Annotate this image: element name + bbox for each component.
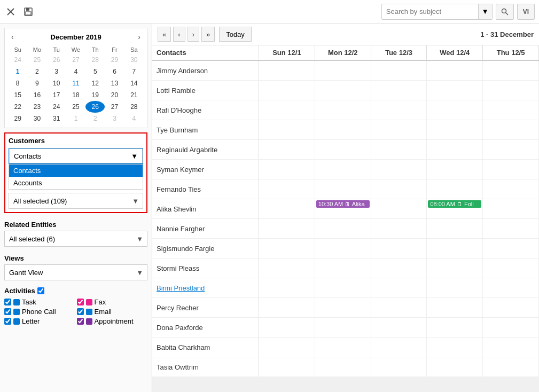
- calendar-day-cell[interactable]: 23: [27, 101, 46, 113]
- contact-name-cell[interactable]: Binni Priestland: [152, 278, 259, 297]
- calendar-day-cell[interactable]: [371, 179, 427, 199]
- calendar-day-cell[interactable]: 28: [124, 101, 144, 113]
- calendar-day-cell[interactable]: [427, 219, 483, 238]
- calendar-day-cell[interactable]: [483, 298, 539, 317]
- activities-checkbox[interactable]: [37, 287, 44, 294]
- calendar-day-cell[interactable]: [259, 81, 315, 100]
- calendar-day-cell[interactable]: [427, 338, 483, 357]
- calendar-day-cell[interactable]: 30: [124, 54, 144, 66]
- calendar-day-cell[interactable]: 25: [27, 54, 46, 66]
- calendar-day-cell[interactable]: 4: [124, 113, 144, 124]
- contact-name-cell[interactable]: Stormi Pleass: [152, 258, 259, 278]
- calendar-day-cell[interactable]: 5: [85, 66, 105, 77]
- contact-name-cell[interactable]: Tye Burnham: [152, 120, 259, 139]
- calendar-day-cell[interactable]: [371, 140, 427, 159]
- calendar-day-cell[interactable]: 16: [27, 89, 46, 101]
- calendar-day-cell[interactable]: [483, 219, 539, 238]
- calendar-day-cell[interactable]: 24: [8, 54, 27, 66]
- calendar-day-cell[interactable]: 22: [8, 101, 27, 113]
- calendar-day-cell[interactable]: [427, 100, 483, 120]
- calendar-day-cell[interactable]: [483, 318, 539, 337]
- calendar-day-cell[interactable]: [259, 357, 315, 377]
- calendar-prev-button[interactable]: ‹: [173, 27, 185, 42]
- calendar-day-cell[interactable]: [371, 100, 427, 120]
- calendar-day-cell[interactable]: [483, 199, 539, 218]
- contact-name-cell[interactable]: Percy Recher: [152, 298, 259, 317]
- all-selected-dropdown[interactable]: All selected (109): [9, 193, 143, 209]
- calendar-day-cell[interactable]: 26: [85, 101, 105, 113]
- calendar-day-cell[interactable]: [427, 160, 483, 179]
- calendar-day-cell[interactable]: 08:00 AM 🗒 Foll: [427, 199, 483, 218]
- calendar-day-cell[interactable]: [259, 100, 315, 120]
- calendar-day-cell[interactable]: 27: [105, 101, 124, 113]
- calendar-day-cell[interactable]: [427, 140, 483, 159]
- calendar-day-cell[interactable]: [259, 278, 315, 297]
- calendar-day-cell[interactable]: [315, 318, 371, 337]
- calendar-day-cell[interactable]: [259, 61, 315, 80]
- calendar-day-cell[interactable]: [315, 239, 371, 258]
- activity-checkbox[interactable]: [77, 299, 84, 305]
- calendar-day-cell[interactable]: [259, 298, 315, 317]
- calendar-day-cell[interactable]: 2: [85, 113, 105, 124]
- close-button[interactable]: [4, 5, 17, 18]
- calendar-day-cell[interactable]: 11: [66, 77, 85, 89]
- customers-option-accounts[interactable]: Accounts: [9, 177, 143, 189]
- calendar-day-cell[interactable]: 7: [124, 66, 144, 77]
- calendar-day-cell[interactable]: [315, 100, 371, 120]
- customers-dropdown-header[interactable]: Contacts ▼: [9, 148, 143, 163]
- calendar-day-cell[interactable]: 31: [47, 113, 66, 124]
- calendar-day-cell[interactable]: 20: [105, 89, 124, 101]
- calendar-day-cell[interactable]: [259, 219, 315, 238]
- calendar-day-cell[interactable]: 6: [105, 66, 124, 77]
- calendar-day-cell[interactable]: [483, 100, 539, 120]
- calendar-day-cell[interactable]: 26: [47, 54, 66, 66]
- contact-name-cell[interactable]: Fernando Ties: [152, 179, 259, 199]
- contact-name-cell[interactable]: Jimmy Anderson: [152, 61, 259, 80]
- calendar-day-cell[interactable]: [427, 318, 483, 337]
- calendar-day-cell[interactable]: [371, 278, 427, 297]
- calendar-day-cell[interactable]: [483, 120, 539, 139]
- calendar-last-button[interactable]: »: [201, 27, 215, 42]
- calendar-day-cell[interactable]: [315, 357, 371, 377]
- calendar-day-cell[interactable]: [427, 179, 483, 199]
- calendar-day-cell[interactable]: 1: [66, 113, 85, 124]
- related-entities-dropdown[interactable]: All selected (6): [4, 231, 147, 247]
- calendar-day-cell[interactable]: [315, 258, 371, 278]
- calendar-day-cell[interactable]: 30: [27, 113, 46, 124]
- calendar-day-cell[interactable]: [483, 239, 539, 258]
- calendar-day-cell[interactable]: [483, 278, 539, 297]
- calendar-event[interactable]: 08:00 AM 🗒 Foll: [428, 200, 481, 208]
- activity-checkbox[interactable]: [4, 299, 11, 305]
- calendar-day-cell[interactable]: [315, 140, 371, 159]
- customers-option-contacts[interactable]: Contacts: [9, 164, 143, 177]
- calendar-day-cell[interactable]: 19: [85, 89, 105, 101]
- calendar-next-button[interactable]: ›: [188, 27, 199, 42]
- calendar-day-cell[interactable]: 24: [47, 101, 66, 113]
- calendar-event[interactable]: 10:30 AM 🗓 Alika: [316, 200, 370, 208]
- activity-checkbox[interactable]: [77, 318, 84, 325]
- calendar-day-cell[interactable]: 28: [85, 54, 105, 66]
- calendar-day-cell[interactable]: 9: [27, 77, 46, 89]
- calendar-day-cell[interactable]: [371, 160, 427, 179]
- contact-name-cell[interactable]: Syman Keymer: [152, 160, 259, 179]
- views-dropdown[interactable]: Gantt View: [4, 264, 147, 280]
- calendar-day-cell[interactable]: [259, 120, 315, 139]
- calendar-day-cell[interactable]: [315, 278, 371, 297]
- calendar-day-cell[interactable]: [483, 357, 539, 377]
- calendar-day-cell[interactable]: [371, 81, 427, 100]
- calendar-day-cell[interactable]: [427, 258, 483, 278]
- calendar-day-cell[interactable]: [259, 258, 315, 278]
- calendar-day-cell[interactable]: [371, 338, 427, 357]
- calendar-day-cell[interactable]: 2: [27, 66, 46, 77]
- contact-name-cell[interactable]: Alika Shevlin: [152, 199, 259, 218]
- calendar-day-cell[interactable]: [483, 61, 539, 80]
- search-input[interactable]: [382, 7, 478, 15]
- contact-name-cell[interactable]: Dona Paxforde: [152, 318, 259, 337]
- save-button[interactable]: [21, 5, 35, 19]
- calendar-day-cell[interactable]: [315, 120, 371, 139]
- calendar-day-cell[interactable]: [427, 81, 483, 100]
- calendar-day-cell[interactable]: [483, 338, 539, 357]
- calendar-today-button[interactable]: Today: [219, 27, 252, 42]
- calendar-day-cell[interactable]: [259, 160, 315, 179]
- contact-name-cell[interactable]: Lotti Ramble: [152, 81, 259, 100]
